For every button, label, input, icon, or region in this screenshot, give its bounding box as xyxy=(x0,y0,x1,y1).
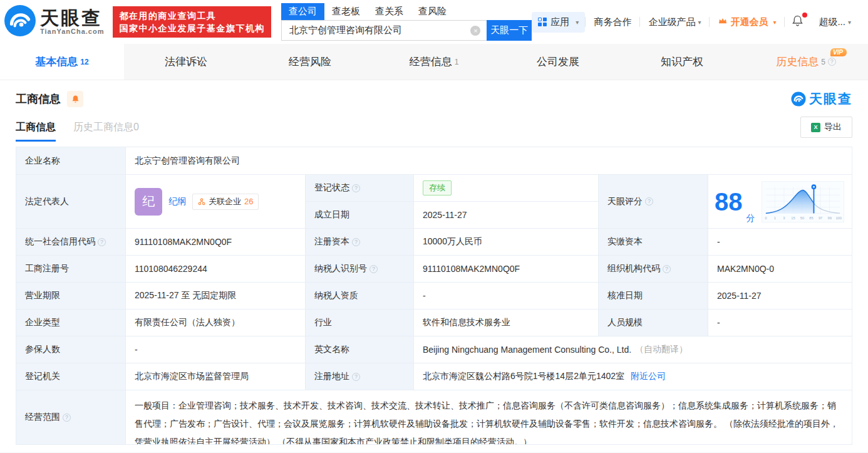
auto-translate-note: （自动翻译） xyxy=(635,344,688,355)
tab-basic-info[interactable]: 基本信息 12 xyxy=(0,44,124,80)
tianyancha-watermark: 天眼查 xyxy=(791,90,852,108)
nav-enterprise-products[interactable]: 企业级产品 ▾ xyxy=(640,16,709,28)
field-value-english-name: Beijing Ningchuang Management Consulting… xyxy=(414,336,852,363)
help-icon[interactable] xyxy=(63,414,71,422)
tab-intellectual-property[interactable]: 知识产权 xyxy=(620,44,744,80)
field-value-business-term: 2025-11-27 至 无固定期限 xyxy=(126,283,306,310)
tab-ip-label: 知识产权 xyxy=(661,55,703,69)
help-icon[interactable] xyxy=(663,265,671,273)
chevron-down-icon: ▾ xyxy=(773,19,776,26)
field-label-company-name: 企业名称 xyxy=(16,147,126,175)
search-button[interactable]: 天眼一下 xyxy=(487,20,532,41)
field-value-registration-authority: 北京市海淀区市场监督管理局 xyxy=(126,363,306,390)
subtab-business-registration[interactable]: 工商信息 xyxy=(16,121,56,142)
chevron-down-icon: ▾ xyxy=(848,19,851,26)
field-value-insured-count: - xyxy=(126,336,306,363)
promo-line-2: 国家中小企业发展子基金旗下机构 xyxy=(119,22,265,34)
field-label-registration-authority: 登记机关 xyxy=(16,363,126,390)
status-badge: 存续 xyxy=(423,180,452,195)
notification-dot xyxy=(802,13,807,18)
monitor-bell-icon[interactable] xyxy=(67,91,83,107)
field-label-industry: 行业 xyxy=(306,310,414,336)
apps-grid-icon xyxy=(538,18,547,26)
vip-badge: VIP xyxy=(830,48,847,56)
field-label-staff-size: 人员规模 xyxy=(599,310,708,336)
tab-risk-label: 经营风险 xyxy=(289,55,331,69)
field-value-credit-code: 91110108MAK2MN0Q0F xyxy=(126,229,306,256)
field-label-insured-count: 参保人数 xyxy=(16,336,126,363)
related-companies-label: 关联企业 xyxy=(209,196,241,207)
tab-business-count: 1 xyxy=(455,58,459,66)
tab-history-info[interactable]: VIP 历史信息 5 xyxy=(744,44,868,80)
search-tab-relation[interactable]: 查关系 xyxy=(368,3,411,20)
search-tab-risk[interactable]: 查风险 xyxy=(411,3,454,20)
search-input[interactable] xyxy=(282,21,487,40)
field-value-established-date: 2025-11-27 xyxy=(414,202,599,229)
tianyan-score-cell: 88 分 xyxy=(708,175,852,229)
help-icon[interactable] xyxy=(352,238,360,246)
score-unit: 分 xyxy=(747,213,755,224)
registration-table: 企业名称 北京宁创管理咨询有限公司 法定代表人 纪 纪纲 关联企业 26 登记状… xyxy=(16,147,852,445)
tab-operating-risk[interactable]: 经营风险 xyxy=(248,44,372,80)
tab-lawsuit[interactable]: 法律诉讼 xyxy=(124,44,248,80)
nav-open-vip[interactable]: 开通会员 ▾ xyxy=(710,16,784,28)
svg-text:3: 3 xyxy=(783,216,785,220)
field-label-company-type: 企业类型 xyxy=(16,310,126,336)
legal-representative-cell: 纪 纪纲 关联企业 26 xyxy=(126,175,306,229)
promo-banner: 都在用的商业查询工具 国家中小企业发展子基金旗下机构 xyxy=(113,6,271,38)
nav-apps[interactable]: 应用 ▾ xyxy=(532,12,585,33)
subtab-history-registration[interactable]: 历史工商信息0 xyxy=(73,121,139,142)
tab-company-development[interactable]: 公司发展 xyxy=(496,44,620,80)
nav-account-label: 超级... xyxy=(819,16,845,28)
legal-representative-link[interactable]: 纪纲 xyxy=(168,196,186,207)
logo-domain: TianYanCha.com xyxy=(40,28,104,35)
help-icon[interactable] xyxy=(828,58,836,66)
tab-history-label: 历史信息 xyxy=(776,55,819,69)
svg-text:99: 99 xyxy=(827,216,831,220)
field-value-company-name: 北京宁创管理咨询有限公司 xyxy=(126,147,852,175)
field-label-taxpayer-qualification: 纳税人资质 xyxy=(306,283,414,310)
address-text: 北京市海淀区魏公村路6号院1号楼14层2单元1402室 xyxy=(423,371,624,382)
help-icon[interactable] xyxy=(352,184,360,192)
field-label-taxpayer-id: 纳税人识别号 xyxy=(306,256,414,283)
field-label-registration-number: 工商注册号 xyxy=(16,256,126,283)
field-label-paid-in-capital: 实缴资本 xyxy=(599,229,708,256)
field-value-staff-size: - xyxy=(708,310,852,336)
help-icon[interactable] xyxy=(98,238,106,246)
field-value-company-type: 有限责任公司（法人独资） xyxy=(126,310,306,336)
english-name-text: Beijing Ningchuang Management Consulting… xyxy=(423,345,631,355)
export-button[interactable]: 导出 xyxy=(800,117,852,138)
score-distribution-chart: 01 315 5085 9799 100 xyxy=(762,181,844,222)
notification-bell-icon[interactable] xyxy=(785,14,810,30)
avatar[interactable]: 纪 xyxy=(135,188,162,216)
related-companies-badge[interactable]: 关联企业 26 xyxy=(192,194,259,210)
nav-business-coop[interactable]: 商务合作 xyxy=(586,16,639,28)
search-box: 查公司 查老板 查关系 查风险 × 天眼一下 xyxy=(281,3,532,41)
field-value-industry: 软件和信息技术服务业 xyxy=(414,310,599,336)
tab-basic-label: 基本信息 xyxy=(35,55,78,69)
help-icon[interactable] xyxy=(352,373,360,381)
field-label-tianyan-score: 天眼评分 xyxy=(599,175,708,229)
tab-business-info[interactable]: 经营信息 1 xyxy=(372,44,496,80)
help-icon[interactable] xyxy=(645,197,653,206)
field-label-english-name: 英文名称 xyxy=(306,336,414,363)
field-value-organization-code: MAK2MN0Q-0 xyxy=(708,256,852,283)
search-tab-boss[interactable]: 查老板 xyxy=(324,3,368,20)
nav-account[interactable]: 超级... ▾ xyxy=(810,16,859,28)
watermark-text: 天眼查 xyxy=(809,90,852,108)
promo-line-1: 都在用的商业查询工具 xyxy=(119,9,265,22)
field-label-credit-code: 统一社会信用代码 xyxy=(16,229,126,256)
field-label-registration-status: 登记状态 xyxy=(306,175,414,202)
section-title: 工商信息 xyxy=(16,91,61,107)
search-tab-company[interactable]: 查公司 xyxy=(281,3,324,20)
field-label-approval-date: 核准日期 xyxy=(599,283,708,310)
svg-text:97: 97 xyxy=(818,216,822,220)
nearby-companies-link[interactable]: 附近公司 xyxy=(631,371,666,382)
tianyancha-logo[interactable]: 天眼查 TianYanCha.com xyxy=(4,4,104,39)
help-icon[interactable] xyxy=(369,265,378,273)
field-label-established-date: 成立日期 xyxy=(306,202,414,229)
clear-search-icon[interactable]: × xyxy=(470,26,480,36)
field-value-registration-number: 110108046229244 xyxy=(126,256,306,283)
tab-business-label: 经营信息 xyxy=(410,55,452,69)
network-icon xyxy=(198,198,205,206)
